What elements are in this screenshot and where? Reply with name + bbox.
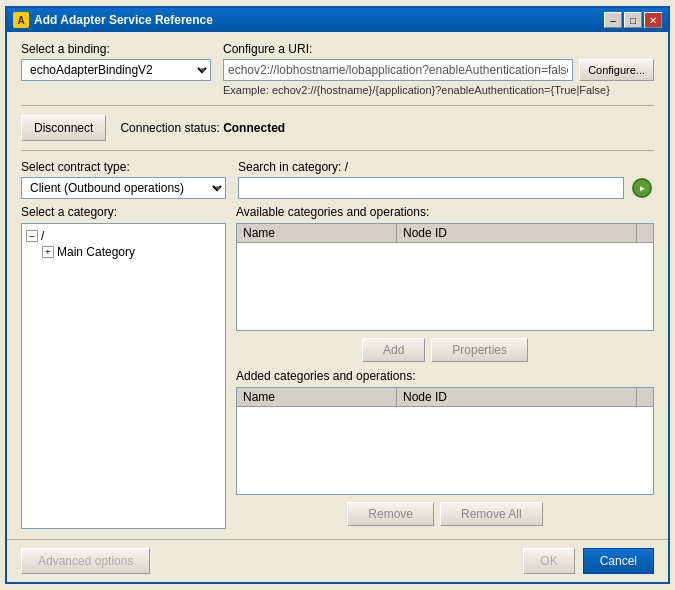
connection-status-label: Connection status: <box>120 121 219 135</box>
search-label: Search in category: / <box>238 160 654 174</box>
uri-input[interactable] <box>223 59 573 81</box>
category-tree-label: Select a category: <box>21 205 226 219</box>
footer: Advanced options OK Cancel <box>7 539 668 582</box>
footer-right: OK Cancel <box>523 548 654 574</box>
window-icon: A <box>13 12 29 28</box>
uri-row: Configure... <box>223 59 654 81</box>
available-table: Name Node ID <box>236 223 654 331</box>
title-bar-buttons: – □ ✕ <box>604 12 662 28</box>
add-properties-row: Add Properties <box>236 338 654 362</box>
right-panel: Available categories and operations: Nam… <box>236 205 654 529</box>
tree-child-node: + Main Category <box>42 244 221 260</box>
main-body: Select a category: – / + Main Category <box>21 205 654 529</box>
cancel-button[interactable]: Cancel <box>583 548 654 574</box>
available-table-body <box>237 243 653 330</box>
remove-all-button[interactable]: Remove All <box>440 502 543 526</box>
available-col-extra <box>637 224 653 242</box>
properties-button[interactable]: Properties <box>431 338 528 362</box>
available-col-nodeid: Node ID <box>397 224 637 242</box>
configure-button[interactable]: Configure... <box>579 59 654 81</box>
available-col-name: Name <box>237 224 397 242</box>
search-go-button[interactable] <box>630 177 654 199</box>
binding-select[interactable]: echoAdapterBindingV2 <box>21 59 211 81</box>
contract-group: Select contract type: Client (Outbound o… <box>21 160 226 199</box>
main-window: A Add Adapter Service Reference – □ ✕ Se… <box>5 6 670 584</box>
contract-select-wrapper: Client (Outbound operations) <box>21 177 226 199</box>
tree-main-category-node[interactable]: + Main Category <box>42 244 221 260</box>
divider-1 <box>21 105 654 106</box>
title-bar: A Add Adapter Service Reference – □ ✕ <box>7 8 668 32</box>
disconnect-button[interactable]: Disconnect <box>21 115 106 141</box>
remove-button[interactable]: Remove <box>347 502 434 526</box>
divider-2 <box>21 150 654 151</box>
uri-section: Configure a URI: Configure... Example: e… <box>223 42 654 96</box>
remove-row: Remove Remove All <box>236 502 654 526</box>
tree-child-label: Main Category <box>57 245 135 259</box>
added-table: Name Node ID <box>236 387 654 495</box>
uri-label: Configure a URI: <box>223 42 654 56</box>
ok-button[interactable]: OK <box>523 548 574 574</box>
contract-search-row: Select contract type: Client (Outbound o… <box>21 160 654 199</box>
minimize-button[interactable]: – <box>604 12 622 28</box>
connection-row: Disconnect Connection status: Connected <box>21 115 654 141</box>
main-content: Select a binding: echoAdapterBindingV2 C… <box>7 32 668 539</box>
category-tree[interactable]: – / + Main Category <box>21 223 226 529</box>
go-icon <box>632 178 652 198</box>
tree-root-node[interactable]: – / <box>26 228 221 244</box>
search-row <box>238 177 654 199</box>
contract-label: Select contract type: <box>21 160 226 174</box>
binding-label: Select a binding: <box>21 42 211 56</box>
added-col-name: Name <box>237 388 397 406</box>
contract-select[interactable]: Client (Outbound operations) <box>21 177 226 199</box>
added-col-extra <box>637 388 653 406</box>
connection-status: Connection status: Connected <box>120 121 285 135</box>
connection-status-value: Connected <box>223 121 285 135</box>
binding-select-wrapper: echoAdapterBindingV2 <box>21 59 211 81</box>
left-panel: Select a category: – / + Main Category <box>21 205 226 529</box>
available-table-label: Available categories and operations: <box>236 205 654 219</box>
search-input[interactable] <box>238 177 624 199</box>
added-table-body <box>237 407 653 494</box>
added-table-label: Added categories and operations: <box>236 369 654 383</box>
tree-root-label: / <box>41 229 44 243</box>
maximize-button[interactable]: □ <box>624 12 642 28</box>
close-button[interactable]: ✕ <box>644 12 662 28</box>
add-button[interactable]: Add <box>362 338 425 362</box>
added-table-header: Name Node ID <box>237 388 653 407</box>
tree-root-toggle[interactable]: – <box>26 230 38 242</box>
tree-child-toggle[interactable]: + <box>42 246 54 258</box>
available-table-header: Name Node ID <box>237 224 653 243</box>
binding-group: Select a binding: echoAdapterBindingV2 <box>21 42 211 81</box>
search-group: Search in category: / <box>238 160 654 199</box>
footer-left: Advanced options <box>21 548 150 574</box>
added-col-nodeid: Node ID <box>397 388 637 406</box>
advanced-options-button[interactable]: Advanced options <box>21 548 150 574</box>
uri-example: Example: echov2://{hostname}/{applicatio… <box>223 84 654 96</box>
binding-uri-row: Select a binding: echoAdapterBindingV2 C… <box>21 42 654 96</box>
window-title: Add Adapter Service Reference <box>34 13 604 27</box>
